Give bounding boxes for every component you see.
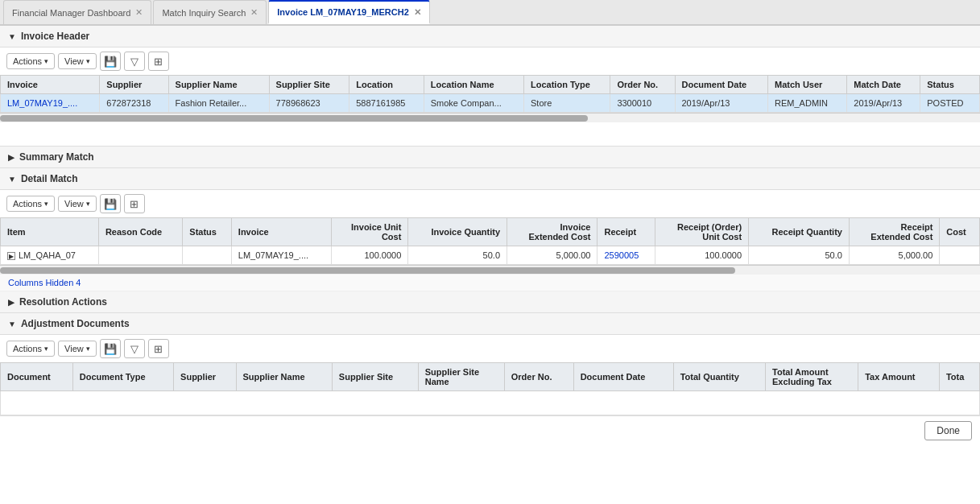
cell-location-type: Store	[524, 94, 610, 113]
view-dropdown-icon: ▾	[86, 345, 90, 353]
col-invoice-extended-cost: InvoiceExtended Cost	[507, 218, 598, 246]
invoice-header-view-btn[interactable]: View ▾	[58, 53, 97, 69]
invoice-header-save-btn[interactable]: 💾	[100, 52, 121, 71]
col-supplier-site-name: Supplier SiteName	[418, 363, 504, 391]
columns-hidden-badge[interactable]: Columns Hidden 4	[0, 275, 980, 291]
tab-bar: Financial Manager Dashboard ✕ Match Inqu…	[0, 0, 980, 26]
invoice-header-grid-btn[interactable]: ⊞	[148, 52, 169, 71]
resolution-actions-section[interactable]: ▶ Resolution Actions	[0, 291, 980, 313]
detail-match-hscroll-thumb	[0, 267, 735, 274]
invoice-header-table-wrapper: Invoice Supplier Supplier Name Supplier …	[0, 75, 980, 113]
actions-dropdown-icon: ▾	[44, 200, 48, 208]
adj-docs-save-btn[interactable]: 💾	[100, 339, 121, 358]
view-dropdown-icon: ▾	[86, 57, 90, 65]
main-content: ▼ Invoice Header Actions ▾ View ▾ 💾 ▽ ⊞	[0, 26, 980, 504]
adjustment-docs-table: Document Document Type Supplier Supplier…	[0, 362, 980, 415]
invoice-header-section[interactable]: ▼ Invoice Header	[0, 26, 980, 48]
detail-match-section[interactable]: ▼ Detail Match	[0, 168, 980, 190]
done-label: Done	[937, 425, 960, 436]
adjustment-documents-section[interactable]: ▼ Adjustment Documents	[0, 313, 980, 335]
grid-icon: ⊞	[154, 343, 163, 355]
col-order-no: Order No.	[610, 76, 675, 94]
invoice-header-toolbar: Actions ▾ View ▾ 💾 ▽ ⊞	[0, 48, 980, 75]
tab-close-match[interactable]: ✕	[250, 7, 258, 18]
cell-invoice-quantity: 50.0	[408, 246, 507, 265]
table-row[interactable]: LM_07MAY19_.... 672872318 Fashion Retail…	[1, 94, 980, 113]
adj-docs-grid-btn[interactable]: ⊞	[148, 339, 169, 358]
cell-supplier: 672872318	[100, 94, 168, 113]
detail-match-hscroll[interactable]	[0, 265, 980, 275]
col-supplier-site: Supplier Site	[269, 76, 349, 94]
adj-docs-filter-btn[interactable]: ▽	[124, 339, 145, 358]
cell-order-no: 3300010	[610, 94, 675, 113]
cell-match-user: REM_ADMIN	[768, 94, 847, 113]
grid-icon: ⊞	[154, 56, 163, 68]
invoice-header-filter-btn[interactable]: ▽	[124, 52, 145, 71]
invoice-link[interactable]: LM_07MAY19_....	[7, 98, 77, 108]
receipt-link[interactable]: 2590005	[604, 250, 639, 260]
col-document-date: Document Date	[573, 363, 673, 391]
detail-match-table-wrapper: Item Reason Code Status Invoice Invoice …	[0, 217, 980, 265]
adj-docs-view-btn[interactable]: View ▾	[58, 341, 97, 357]
detail-match-actions-btn[interactable]: Actions ▾	[6, 196, 55, 212]
col-match-user: Match User	[768, 76, 847, 94]
col-tax-amount: Tax Amount	[858, 363, 940, 391]
grid-icon: ⊞	[130, 198, 139, 210]
save-icon: 💾	[104, 198, 117, 210]
cell-invoice: LM_07MAY19_....	[1, 94, 100, 113]
tab-label: Financial Manager Dashboard	[12, 8, 130, 18]
col-supplier-name: Supplier Name	[168, 76, 269, 94]
invoice-header-hscroll[interactable]	[0, 113, 980, 122]
cell-match-date: 2019/Apr/13	[847, 94, 920, 113]
col-receipt-extended-cost: ReceiptExtended Cost	[849, 218, 939, 246]
cell-receipt: 2590005	[598, 246, 655, 265]
tab-close-invoice[interactable]: ✕	[414, 7, 421, 18]
tab-close-financial[interactable]: ✕	[135, 7, 143, 18]
tab-invoice[interactable]: Invoice LM_07MAY19_MERCH2 ✕	[268, 0, 429, 24]
table-row[interactable]: ▶LM_QAHA_07 LM_07MAY19_.... 100.0000 50.…	[1, 246, 980, 265]
detail-match-title: Detail Match	[21, 173, 78, 184]
resolution-actions-title: Resolution Actions	[19, 296, 107, 308]
cell-receipt-order-unit-cost: 100.0000	[655, 246, 748, 265]
detail-match-grid-btn[interactable]: ⊞	[124, 194, 145, 213]
cell-invoice-extended-cost: 5,000.00	[507, 246, 598, 265]
col-order-no: Order No.	[504, 363, 573, 391]
actions-dropdown-icon: ▾	[44, 345, 48, 353]
tab-financial-dashboard[interactable]: Financial Manager Dashboard ✕	[3, 0, 151, 24]
invoice-header-collapse-icon: ▼	[8, 32, 16, 41]
summary-match-expand-icon: ▶	[8, 153, 14, 162]
col-invoice: Invoice	[1, 76, 100, 94]
done-button[interactable]: Done	[924, 421, 972, 440]
summary-match-section[interactable]: ▶ Summary Match	[0, 147, 980, 168]
adjustment-docs-title: Adjustment Documents	[21, 318, 130, 329]
invoice-header-body: Actions ▾ View ▾ 💾 ▽ ⊞ Invoice	[0, 48, 980, 147]
col-document-type: Document Type	[72, 363, 173, 391]
actions-label: Actions	[13, 56, 42, 66]
cell-reason-code	[98, 246, 182, 265]
detail-match-save-btn[interactable]: 💾	[100, 194, 121, 213]
save-icon: 💾	[104, 343, 117, 355]
cell-invoice: LM_07MAY19_....	[231, 246, 332, 265]
col-supplier: Supplier	[174, 363, 236, 391]
cell-location: 5887161985	[349, 94, 424, 113]
adjustment-docs-toolbar: Actions ▾ View ▾ 💾 ▽ ⊞	[0, 335, 980, 362]
detail-match-header-row: Item Reason Code Status Invoice Invoice …	[1, 218, 980, 246]
detail-match-view-btn[interactable]: View ▾	[58, 196, 97, 212]
adj-docs-actions-btn[interactable]: Actions ▾	[6, 341, 55, 357]
invoice-header-actions-btn[interactable]: Actions ▾	[6, 53, 55, 69]
col-invoice-unit-cost: Invoice UnitCost	[332, 218, 408, 246]
adjustment-docs-header-row: Document Document Type Supplier Supplier…	[1, 363, 980, 391]
col-tota: Tota	[939, 363, 979, 391]
expand-row-icon[interactable]: ▶	[7, 252, 15, 260]
col-match-date: Match Date	[847, 76, 920, 94]
invoice-header-hscroll-thumb	[0, 115, 588, 122]
col-cost: Cost	[940, 218, 980, 246]
empty-cell	[1, 391, 980, 415]
col-supplier: Supplier	[100, 76, 168, 94]
actions-label: Actions	[13, 199, 42, 209]
col-receipt: Receipt	[598, 218, 655, 246]
tab-label: Invoice LM_07MAY19_MERCH2	[277, 7, 408, 17]
detail-match-table: Item Reason Code Status Invoice Invoice …	[0, 217, 980, 265]
tab-match-inquiry[interactable]: Match Inquiry Search ✕	[153, 0, 267, 24]
col-status: Status	[183, 218, 232, 246]
